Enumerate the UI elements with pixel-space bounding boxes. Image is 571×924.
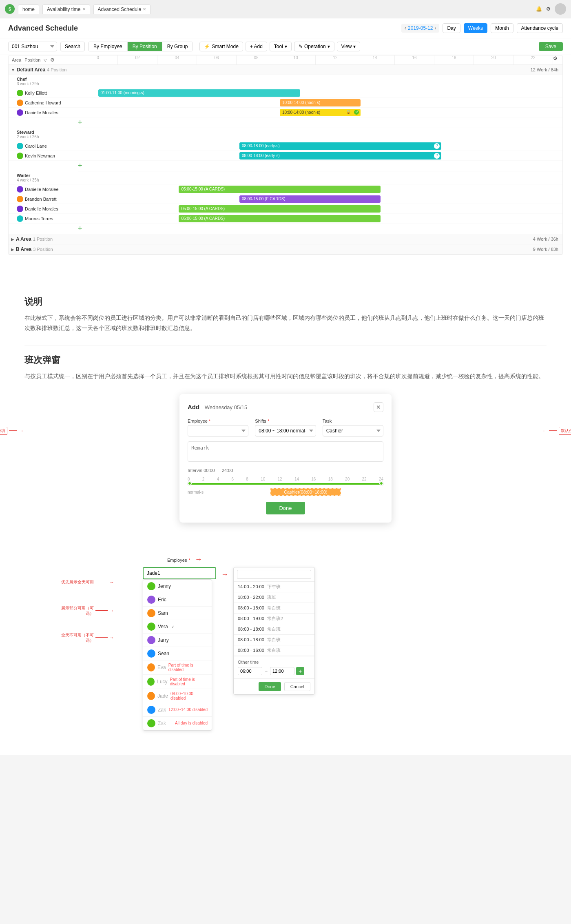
tool-btn[interactable]: Tool ▾: [270, 42, 292, 51]
edit-icon: ✎: [299, 44, 303, 49]
user-avatar[interactable]: [555, 3, 566, 15]
kevin-shift-bar[interactable]: 08:00-18:00 (early-s) ?: [239, 152, 441, 160]
shifts-field-group: Shifts * 08:00 ~ 18:00 normal-s: [255, 419, 316, 437]
date-navigator[interactable]: ‹ 2019-05-12 ›: [401, 24, 439, 33]
by-employee-btn[interactable]: By Employee: [89, 42, 128, 51]
area-a-header[interactable]: ▶ A Area 1 Position 4 Work / 36h: [9, 234, 562, 244]
filter-icon[interactable]: ▽: [44, 58, 47, 62]
shift-option-6[interactable]: 08:00 - 18:00 常白班: [234, 635, 314, 645]
emp-item-jenny[interactable]: Jenny: [143, 580, 212, 593]
time-range-row: → +: [238, 667, 310, 675]
danielle-w2-shift-bar[interactable]: 05:00-15:00 (A CARDS): [179, 205, 381, 213]
close-tab-availability[interactable]: ✕: [82, 7, 86, 11]
add-waiter-row[interactable]: +: [78, 224, 562, 234]
save-button[interactable]: Save: [539, 42, 563, 51]
emp-item-sean[interactable]: Sean: [143, 647, 212, 660]
marcus-avatar: [17, 215, 23, 222]
remark-group: [188, 441, 383, 463]
other-time-add-btn[interactable]: +: [296, 667, 304, 675]
search-button[interactable]: Search: [60, 42, 85, 51]
carol-shift-bar[interactable]: 08:00-18:00 (early-s) ?: [239, 142, 441, 150]
danielle-w1-shift-bar[interactable]: 05:00-15:00 (A CARDS): [179, 186, 381, 193]
area-default-info: ▼ Default Area 4 Position: [9, 67, 78, 73]
marcus-shift-bar[interactable]: 05:00-15:00 (A CARDS): [179, 215, 381, 222]
shift-option-4[interactable]: 08:00 - 19:00 常白班2: [234, 614, 314, 624]
store-select[interactable]: 001 Suzhou: [8, 42, 57, 51]
view-btn-weeks[interactable]: Weeks: [464, 23, 487, 33]
catherine-shift-bar[interactable]: 10:00-14:00 (noon-s): [280, 99, 361, 106]
add-chef-row[interactable]: +: [78, 117, 562, 128]
dropdown-cancel-btn[interactable]: Cancel: [284, 682, 310, 691]
emp-item-eva[interactable]: Eva Part of time is disabled: [143, 660, 212, 675]
next-date-arrow[interactable]: ›: [434, 25, 436, 31]
area-expand-icon[interactable]: ▼: [11, 68, 15, 72]
chef-name: Chef: [17, 77, 78, 82]
area-b-header[interactable]: ▶ B Area 3 Position 9 Work / 83h: [9, 244, 562, 255]
view-btn-day[interactable]: Day: [443, 23, 460, 33]
emp-item-lucy[interactable]: Lucy Part of time is disabled: [143, 675, 212, 689]
modal-done-btn[interactable]: Done: [266, 502, 305, 514]
view-btn-month[interactable]: Month: [491, 23, 513, 33]
annotation-left-label: 员工 / 班次必填: [0, 427, 7, 435]
eva-avatar: [147, 663, 155, 671]
employee-search-input[interactable]: [143, 567, 216, 579]
by-position-btn[interactable]: By Position: [128, 42, 162, 51]
store-dropdown[interactable]: 001 Suzhou: [8, 42, 57, 51]
area-a-expand-icon[interactable]: ▶: [11, 237, 14, 242]
by-group-btn[interactable]: By Group: [162, 42, 193, 51]
dropdown-done-btn[interactable]: Done: [259, 682, 281, 691]
prev-date-arrow[interactable]: ‹: [405, 25, 406, 31]
danielle-chef-shift-bar[interactable]: 10:00-14:00 (noon-s) 🔒 ↺: [280, 109, 361, 116]
close-tab-advanced[interactable]: ✕: [143, 7, 146, 11]
shift-modal-title: 班次弹窗: [24, 354, 547, 366]
emp-item-eric[interactable]: Eric: [143, 593, 212, 607]
area-default-header[interactable]: ▼ Default Area 4 Position 12 Work / 84h: [9, 65, 562, 75]
settings-grid-icon[interactable]: ⚙: [50, 57, 55, 63]
other-time-to[interactable]: [270, 667, 294, 675]
jenny-name: Jenny: [158, 583, 171, 589]
emp-item-sam[interactable]: Sam: [143, 607, 212, 620]
modal-tl-handle-left[interactable]: [188, 481, 192, 485]
settings-end-icon[interactable]: ⚙: [553, 55, 562, 64]
employee-select[interactable]: [188, 425, 248, 437]
remark-input[interactable]: [188, 441, 383, 462]
tab-availability[interactable]: Availability time ✕: [42, 4, 90, 14]
add-btn[interactable]: + Add: [246, 42, 267, 51]
shifts-search-input[interactable]: [237, 570, 311, 579]
shifts-label: Shifts *: [255, 419, 316, 423]
tab-advanced-schedule[interactable]: Advanced Schedule ✕: [93, 4, 151, 14]
modal-cashier-bar[interactable]: Cashier(08:00~18:00): [270, 488, 341, 496]
app-container: Advanced Schedule ‹ 2019-05-12 › Day Wee…: [0, 18, 571, 755]
shift-option-1[interactable]: 14:00 - 20:00 下午班: [234, 582, 314, 592]
add-steward-row[interactable]: +: [78, 161, 562, 171]
shift-option-2[interactable]: 18:00 - 22:00 班班: [234, 592, 314, 603]
view-btn-attendance[interactable]: Attendance cycle: [517, 23, 563, 33]
modal-close-btn[interactable]: ✕: [374, 402, 383, 412]
task-select[interactable]: Cashier: [323, 425, 383, 437]
danielle-w2-bar-area: 05:00-15:00 (A CARDS): [78, 204, 562, 213]
shift-option-5[interactable]: 08:00 - 18:00 常白班: [234, 624, 314, 635]
other-time-from[interactable]: [238, 667, 262, 675]
area-b-expand-icon[interactable]: ▶: [11, 247, 14, 252]
tick-08: 08: [236, 55, 276, 64]
settings-icon[interactable]: ⚙: [546, 6, 551, 12]
emp-row-carol: Carol Lane 08:00-18:00 (early-s) ?: [9, 141, 562, 151]
shifts-select[interactable]: 08:00 ~ 18:00 normal-s: [255, 425, 316, 437]
bell-icon[interactable]: 🔔: [536, 6, 542, 12]
eric-avatar: [147, 596, 155, 604]
sam-name: Sam: [158, 610, 168, 616]
emp-item-vera[interactable]: Vera ↙: [143, 620, 212, 634]
kelly-shift-bar[interactable]: 01:00-11:00 (morning-s): [98, 89, 300, 97]
shift-option-7[interactable]: 08:00 - 16:00 常白班: [234, 645, 314, 656]
operation-btn[interactable]: ✎ Operation ▾: [294, 42, 334, 51]
shift-option-3[interactable]: 08:00 - 18:00 常白班: [234, 603, 314, 614]
annotation-right-label: 默认任务为空: [559, 427, 571, 435]
emp-item-jarry[interactable]: Jarry: [143, 634, 212, 647]
tab-home[interactable]: home: [18, 4, 39, 14]
view-btn-toolbar[interactable]: View ▾: [337, 42, 361, 51]
modal-tl-handle-right[interactable]: [379, 481, 383, 485]
danielle-w1-info: Danielle Moralee: [9, 186, 78, 193]
action-buttons: ⚡ Smart Mode + Add Tool ▾ ✎ Operation ▾ …: [199, 42, 360, 51]
smart-mode-btn[interactable]: ⚡ Smart Mode: [199, 42, 243, 51]
brandon-shift-bar[interactable]: 08:00-15:00 (F CARDS): [239, 195, 381, 203]
